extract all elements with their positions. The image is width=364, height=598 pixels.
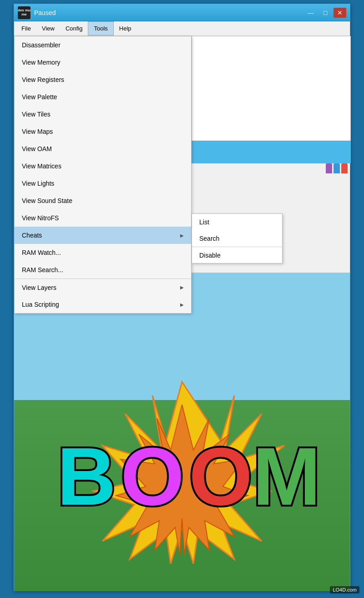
app-icon: des mu me [18,6,30,19]
menu-cheats[interactable]: Cheats ▶ [15,227,191,244]
menu-ram-watch[interactable]: RAM Watch... [15,244,191,261]
svg-text:O: O [189,431,253,522]
window-title: Paused [34,9,56,16]
maximize-button[interactable]: □ [319,8,332,18]
boom-graphic: B O O M [34,359,330,564]
background-characters [326,163,348,173]
svg-text:M: M [253,431,321,522]
title-bar: des mu me Paused — □ ✕ [14,4,350,21]
menu-view-palette[interactable]: View Palette [15,88,191,106]
main-content: B O O M Disassembler View Memory [14,36,350,591]
menu-tools[interactable]: Tools [88,21,113,35]
menu-view-maps[interactable]: View Maps [15,123,191,140]
svg-text:B: B [57,431,116,522]
blue-accent [192,141,351,163]
char-2 [334,163,340,173]
menu-view-layers[interactable]: View Layers ▶ [15,279,191,296]
menu-view-memory[interactable]: View Memory [15,54,191,71]
title-bar-left: des mu me Paused [18,6,56,19]
menu-view-sound-state[interactable]: View Sound State [15,192,191,209]
main-window: des mu me Paused — □ ✕ File View Config … [14,4,350,591]
menu-lua-scripting[interactable]: Lua Scripting ▶ [15,296,191,313]
title-bar-buttons: — □ ✕ [304,8,346,18]
menu-config[interactable]: Config [60,21,88,35]
menu-disassembler[interactable]: Disassembler [15,36,191,54]
menu-bar: File View Config Tools Help [14,21,350,36]
char-3 [341,163,348,173]
view-layers-arrow-icon: ▶ [180,285,184,290]
submenu-search[interactable]: Search [192,230,282,247]
menu-view-registers[interactable]: View Registers [15,71,191,88]
cheats-submenu: List Search Disable [192,213,283,264]
minimize-button[interactable]: — [304,8,317,18]
close-button[interactable]: ✕ [334,8,346,18]
tools-dropdown: Disassembler View Memory View Registers … [14,36,192,314]
menu-file[interactable]: File [16,21,36,35]
menu-view-matrices[interactable]: View Matrices [15,157,191,175]
cheats-arrow-icon: ▶ [180,233,184,238]
menu-view-tiles[interactable]: View Tiles [15,106,191,123]
submenu-list[interactable]: List [192,214,282,230]
watermark: LO4D.com [330,586,359,593]
menu-view-lights[interactable]: View Lights [15,175,191,192]
lua-scripting-arrow-icon: ▶ [180,302,184,307]
menu-view-oam[interactable]: View OAM [15,140,191,157]
char-1 [326,163,332,173]
menu-help[interactable]: Help [114,21,137,35]
menu-view[interactable]: View [36,21,60,35]
submenu-disable[interactable]: Disable [192,247,282,263]
upper-display-area [192,36,351,145]
menu-ram-search[interactable]: RAM Search... [15,261,191,279]
svg-text:O: O [121,431,184,522]
menu-view-nitrofs[interactable]: View NitroFS [15,209,191,227]
